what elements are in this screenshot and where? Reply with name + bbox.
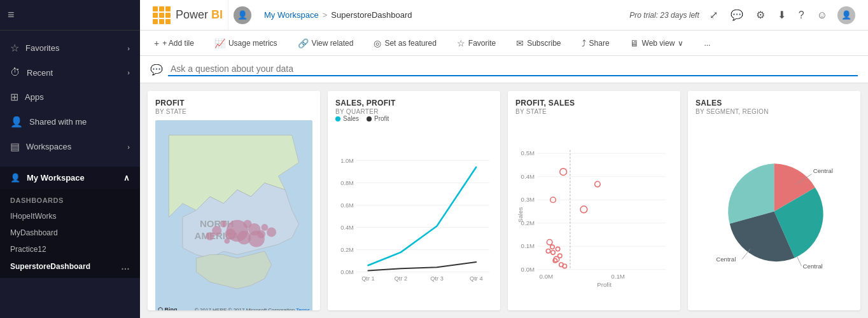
map-copyright: © 2017 HERE © 2017 Microsoft Corporation… (195, 307, 310, 310)
sidebar-item-shared[interactable]: 👤 Shared with me (0, 109, 140, 134)
svg-text:0.1M: 0.1M (521, 242, 535, 249)
dashboard-item-ihopeitworks[interactable]: IHopeItWorks (0, 208, 140, 225)
chart-subtitle-scatter: BY STATE (515, 108, 673, 115)
svg-text:Profit: Profit (597, 281, 612, 288)
toolbar: + + Add tile 📈 Usage metrics 🔗 View rela… (140, 31, 868, 56)
svg-text:0.4M: 0.4M (521, 173, 535, 180)
monitor-icon: 🖥 (630, 38, 639, 48)
svg-text:0.8M: 0.8M (340, 180, 354, 186)
svg-point-56 (550, 245, 554, 249)
workspace-label: My Workspace (27, 173, 85, 183)
favorite-icon: ☆ (457, 38, 465, 48)
chart-body-map: NORTH AMERICA (155, 120, 312, 310)
top-bar-right: Pro trial: 23 days left ⤢ 💬 ⚙ ⬇ ? ☺ 👤 (624, 6, 860, 24)
dashboard-item-mydashboard[interactable]: MyDashboard (0, 225, 140, 241)
dashboard-item-ellipsis[interactable]: … (121, 261, 130, 272)
breadcrumb-current: SuperstoreDashboard (331, 10, 412, 20)
user-avatar-left[interactable]: 👤 (234, 6, 251, 24)
my-workspace-section: 👤 My Workspace ∧ DASHBOARDS IHopeItWorks… (0, 167, 140, 278)
map-visual[interactable]: NORTH AMERICA (155, 120, 312, 310)
chart-title-scatter: Profit, Sales (515, 99, 673, 107)
chart-body-line: 1.0M 0.8M 0.6M 0.4M 0.2M 0.0M (335, 130, 493, 303)
legend-label-profit: Profit (374, 115, 389, 122)
chart-legend: Sales Profit (335, 115, 493, 122)
help-icon[interactable]: ? (796, 7, 807, 24)
chevron-right-icon: › (127, 69, 130, 76)
chart-icon: 📈 (214, 38, 225, 48)
more-button[interactable]: ... (700, 36, 714, 50)
qa-input[interactable] (168, 62, 858, 76)
link-icon: 🔗 (298, 38, 309, 48)
web-view-button[interactable]: 🖥 Web view ∨ (626, 36, 688, 51)
svg-point-59 (595, 181, 601, 187)
sidebar-label-shared: Shared with me (29, 117, 87, 127)
svg-text:Qtr 2: Qtr 2 (395, 275, 408, 282)
chart-subtitle-sales-profit: BY QUARTER (335, 108, 493, 115)
hamburger-icon[interactable]: ≡ (8, 8, 15, 22)
chart-sales-profit-quarter: Sales, Profit BY QUARTER Sales Profit (328, 91, 500, 310)
svg-point-55 (547, 240, 552, 245)
qa-dialog-icon: 💬 (150, 64, 163, 76)
sidebar-header: ≡ (0, 0, 140, 31)
svg-text:0.0M: 0.0M (340, 269, 354, 275)
svg-point-5 (244, 220, 252, 228)
chart-title-pie: Sales (696, 99, 853, 107)
svg-text:0.6M: 0.6M (340, 202, 354, 209)
comments-icon[interactable]: 💬 (728, 6, 746, 24)
feedback-icon[interactable]: ☺ (815, 7, 830, 24)
breadcrumb: My Workspace > SuperstoreDashboard (256, 10, 420, 20)
bing-logo: ⬡ Bing (158, 307, 178, 310)
legend-item-sales: Sales (335, 115, 359, 122)
dashboard-item-practice12[interactable]: Practice12 (0, 241, 140, 258)
sidebar: ≡ ☆ Favorites › ⏱ Recent › ⊞ Apps 👤 Shar… (0, 0, 140, 318)
svg-text:Central: Central (716, 256, 736, 263)
settings-icon[interactable]: ⚙ (753, 6, 767, 24)
charts-grid: Profit BY STATE (140, 83, 868, 318)
share-button[interactable]: ⤴ Share (578, 36, 613, 51)
sidebar-item-recent[interactable]: ⏱ Recent › (0, 60, 140, 85)
svg-point-14 (248, 231, 265, 247)
svg-text:Qtr 3: Qtr 3 (430, 275, 444, 282)
svg-text:0.2M: 0.2M (340, 247, 354, 253)
focus-mode-icon[interactable]: ⤢ (707, 6, 720, 24)
add-tile-button[interactable]: + + Add tile (150, 36, 198, 51)
svg-text:Central: Central (803, 263, 823, 270)
logo-grid-icon (153, 6, 171, 24)
breadcrumb-workspace-link[interactable]: My Workspace (264, 10, 319, 20)
dashboard-item-superstoredashboard[interactable]: SuperstoreDashboard … (0, 258, 140, 275)
logo-text: Power BI (176, 8, 223, 22)
top-bar-avatar-left-area: 👤 (228, 0, 256, 30)
sidebar-item-workspaces[interactable]: ▤ Workspaces › (0, 134, 140, 159)
my-workspace-header[interactable]: 👤 My Workspace ∧ (0, 167, 140, 189)
svg-point-8 (220, 221, 227, 228)
app-logo: Power BI (148, 0, 228, 30)
legend-label-sales: Sales (343, 115, 359, 122)
svg-point-51 (551, 251, 555, 254)
sidebar-item-favorites[interactable]: ☆ Favorites › (0, 36, 140, 60)
svg-point-6 (225, 229, 236, 240)
legend-dot-profit (367, 116, 372, 121)
subscribe-button[interactable]: ✉ Subscribe (512, 36, 564, 51)
user-avatar-right[interactable]: 👤 (837, 6, 855, 24)
set-featured-button[interactable]: ◎ Set as featured (370, 36, 440, 51)
favorite-button[interactable]: ☆ Favorite (453, 36, 500, 51)
svg-text:Central: Central (813, 167, 833, 174)
top-bar: Power BI 👤 My Workspace > SuperstoreDash… (140, 0, 868, 31)
svg-text:Sales: Sales (517, 207, 524, 223)
chart-profit-sales-state: Profit, Sales BY STATE 0.5M 0.4M 0.3M 0.… (508, 91, 680, 310)
qa-bar: 💬 (140, 56, 868, 83)
chart-profit-state: Profit BY STATE (148, 91, 320, 310)
legend-item-profit: Profit (367, 115, 389, 122)
svg-text:0.0M: 0.0M (540, 273, 553, 280)
usage-metrics-button[interactable]: 📈 Usage metrics (211, 36, 281, 51)
download-icon[interactable]: ⬇ (775, 6, 788, 24)
star-outline-icon: ◎ (374, 38, 381, 48)
chart-title-sales-profit: Sales, Profit (335, 99, 493, 107)
mail-icon: ✉ (516, 38, 524, 48)
chart-body-scatter: 0.5M 0.4M 0.3M 0.2M 0.1M 0.0M Sales (515, 120, 673, 303)
svg-text:Qtr 4: Qtr 4 (470, 275, 483, 282)
svg-point-46 (560, 169, 567, 176)
chart-subtitle-pie: BY SEGMENT, REGION (696, 108, 853, 115)
sidebar-item-apps[interactable]: ⊞ Apps (0, 85, 140, 109)
view-related-button[interactable]: 🔗 View related (294, 36, 358, 51)
